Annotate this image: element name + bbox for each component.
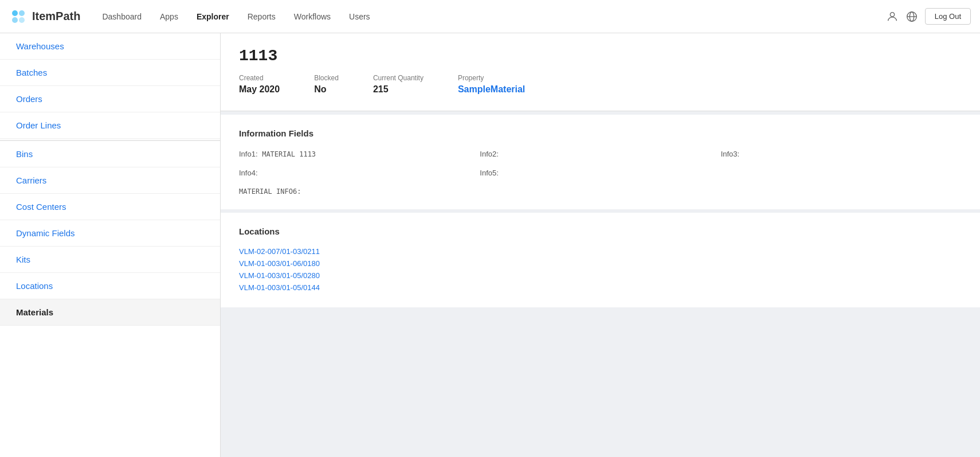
sidebar-item-materials[interactable]: Materials [0, 299, 220, 326]
info6-label: MATERIAL INFO6: [239, 188, 962, 196]
sidebar-item-order-lines[interactable]: Order Lines [0, 112, 220, 139]
created-label: Created [239, 74, 280, 82]
info4-field: Info4: [239, 169, 480, 177]
sidebar-item-carriers[interactable]: Carriers [0, 167, 220, 194]
detail-meta: Created May 2020 Blocked No Current Quan… [239, 74, 962, 95]
sidebar-item-warehouses[interactable]: Warehouses [0, 33, 220, 60]
info5-field: Info5: [480, 169, 720, 177]
svg-point-3 [19, 17, 25, 23]
blocked-label: Blocked [314, 74, 339, 82]
info2-field: Info2: [480, 150, 720, 158]
logo-icon [9, 7, 28, 26]
created-value: May 2020 [239, 84, 280, 95]
nav-explorer[interactable]: Explorer [189, 9, 237, 25]
logout-button[interactable]: Log Out [925, 8, 971, 25]
quantity-field: Current Quantity 215 [373, 74, 424, 95]
property-field: Property SampleMaterial [458, 74, 525, 95]
sidebar: Warehouses Batches Orders Order Lines Bi… [0, 33, 221, 457]
location-item[interactable]: VLM-01-003/01-06/0180 [239, 257, 962, 269]
info6-field: MATERIAL INFO6: [239, 188, 962, 196]
info5-label: Info5: [480, 169, 720, 177]
info3-label: Info3: [721, 150, 962, 158]
info1-value: MATERIAL 1113 [262, 150, 316, 158]
property-value[interactable]: SampleMaterial [458, 84, 525, 95]
nav-reports[interactable]: Reports [240, 9, 284, 25]
user-icon-button[interactable] [886, 10, 899, 23]
item-id: 1113 [239, 47, 962, 65]
logo[interactable]: ItemPath [9, 7, 80, 26]
info1-label: Info1: MATERIAL 1113 [239, 150, 480, 158]
globe-icon [905, 10, 918, 23]
quantity-value: 215 [373, 84, 424, 95]
main-layout: Warehouses Batches Orders Order Lines Bi… [0, 33, 980, 457]
nav-workflows[interactable]: Workflows [286, 9, 339, 25]
svg-point-2 [12, 17, 18, 23]
location-item[interactable]: VLM-01-003/01-05/0144 [239, 282, 962, 294]
locations-card: Locations VLM-02-007/01-03/0211VLM-01-00… [221, 213, 980, 307]
main-nav: Dashboard Apps Explorer Reports Workflow… [94, 9, 885, 25]
svg-point-0 [12, 10, 18, 16]
sidebar-item-bins[interactable]: Bins [0, 141, 220, 167]
info3-field: Info3: [721, 150, 962, 158]
sidebar-item-orders[interactable]: Orders [0, 86, 220, 112]
globe-icon-button[interactable] [905, 10, 918, 23]
created-field: Created May 2020 [239, 74, 280, 95]
topnav: ItemPath Dashboard Apps Explorer Reports… [0, 0, 980, 33]
info1-field: Info1: MATERIAL 1113 [239, 150, 480, 158]
svg-point-4 [890, 12, 894, 16]
user-icon [886, 10, 899, 23]
sidebar-item-batches[interactable]: Batches [0, 60, 220, 86]
blocked-field: Blocked No [314, 74, 339, 95]
info4-label: Info4: [239, 169, 480, 177]
property-label: Property [458, 74, 525, 82]
topnav-right: Log Out [886, 8, 971, 25]
detail-card: 1113 Created May 2020 Blocked No Current… [221, 33, 980, 111]
main-content: 1113 Created May 2020 Blocked No Current… [221, 33, 980, 457]
info2-label: Info2: [480, 150, 720, 158]
locations-title: Locations [239, 226, 962, 236]
blocked-value: No [314, 84, 339, 95]
svg-point-1 [19, 10, 25, 16]
nav-dashboard[interactable]: Dashboard [94, 9, 150, 25]
sidebar-item-dynamic-fields[interactable]: Dynamic Fields [0, 220, 220, 247]
sidebar-item-locations[interactable]: Locations [0, 273, 220, 299]
info-fields-card: Information Fields Info1: MATERIAL 1113 … [221, 115, 980, 209]
locations-list: VLM-02-007/01-03/0211VLM-01-003/01-06/01… [239, 245, 962, 294]
nav-apps[interactable]: Apps [152, 9, 186, 25]
quantity-label: Current Quantity [373, 74, 424, 82]
sidebar-item-cost-centers[interactable]: Cost Centers [0, 194, 220, 220]
logo-text: ItemPath [32, 10, 80, 23]
sidebar-item-kits[interactable]: Kits [0, 247, 220, 273]
nav-users[interactable]: Users [341, 9, 378, 25]
location-item[interactable]: VLM-01-003/01-05/0280 [239, 269, 962, 282]
info-fields-title: Information Fields [239, 128, 962, 138]
location-item[interactable]: VLM-02-007/01-03/0211 [239, 245, 962, 257]
